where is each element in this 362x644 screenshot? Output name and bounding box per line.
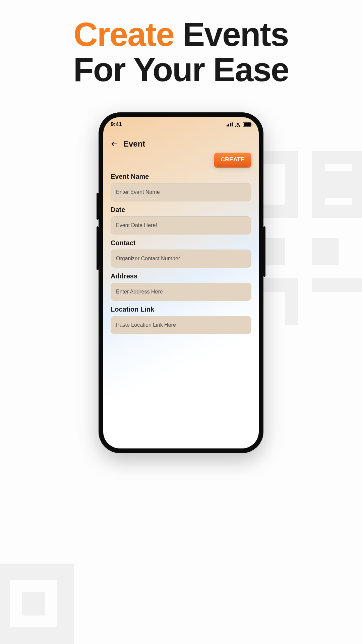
qr-decoration-bottom-left	[0, 564, 87, 644]
headline-word: Events	[183, 15, 289, 53]
location-link-label: Location Link	[111, 306, 251, 313]
date-input[interactable]	[111, 216, 251, 234]
create-button[interactable]: CREATE	[214, 153, 251, 167]
address-input[interactable]	[111, 283, 251, 301]
contact-label: Contact	[111, 239, 251, 247]
cellular-signal-icon	[227, 122, 233, 126]
headline-line2: For Your Ease	[73, 51, 289, 88]
event-name-label: Event Name	[111, 173, 251, 180]
location-link-input[interactable]	[111, 316, 251, 334]
contact-input[interactable]	[111, 250, 251, 268]
headline-accent-word: Create	[73, 15, 174, 53]
event-name-input[interactable]	[111, 183, 251, 201]
date-label: Date	[111, 206, 251, 214]
status-icons	[227, 122, 251, 127]
phone-mockup: 9:41 Event CREATE Event Name Date	[99, 112, 263, 453]
arrow-left-icon	[111, 140, 119, 148]
marketing-headline: Create Events For Your Ease	[0, 0, 362, 87]
event-form: Event Name Date Contact Address Location…	[103, 170, 259, 341]
status-bar: 9:41	[103, 117, 259, 132]
address-label: Address	[111, 272, 251, 280]
wifi-icon	[235, 122, 241, 127]
battery-icon	[243, 122, 251, 127]
status-time: 9:41	[111, 121, 122, 128]
app-header: Event	[103, 132, 259, 151]
phone-screen: 9:41 Event CREATE Event Name Date	[103, 117, 259, 448]
page-title: Event	[123, 139, 145, 149]
back-button[interactable]	[110, 139, 119, 149]
